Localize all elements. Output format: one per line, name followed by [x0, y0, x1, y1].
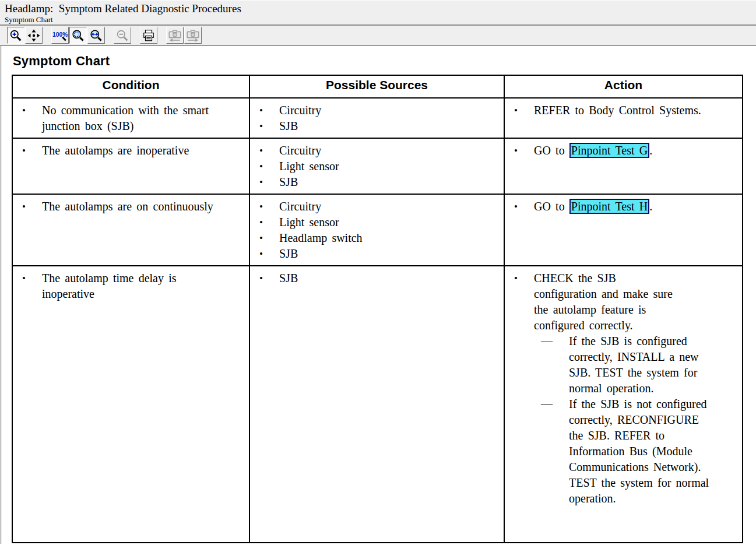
document-pane: Symptom Chart Condition Possible Sources… [0, 46, 756, 544]
bullet-marker: • [250, 118, 279, 134]
title-band: Headlamp: Symptom Related Diagnostic Pro… [0, 0, 756, 26]
source-text: Headlamp switch [279, 230, 363, 246]
action-cell: •CHECK the SJB configuration and make su… [504, 266, 743, 543]
magnifier-100-icon: 100% [52, 29, 68, 42]
toolbar-group-illustrations [166, 27, 202, 44]
toolbar-group-zoom-presets: 100% [51, 27, 106, 44]
magnifier-width-icon [90, 29, 103, 42]
bullet-marker: • [250, 174, 279, 190]
action-text: GO to Pinpoint Test G. [534, 143, 652, 159]
action-cell: •REFER to Body Control Systems. [504, 98, 743, 138]
zoom-100-button[interactable]: 100% [51, 27, 69, 44]
source-text: SJB [279, 270, 298, 286]
condition-cell: •The autolamps are on continuously [12, 194, 249, 266]
possible-sources-cell: •SJB [249, 266, 504, 543]
source-text: Light sensor [279, 159, 339, 174]
bullet-marker: • [505, 199, 534, 215]
source-text: Circuitry [279, 143, 321, 159]
table-row: •The autolamps are inoperative•Circuitry… [12, 138, 743, 194]
condition-cell: •The autolamp time delay is inoperative [12, 266, 249, 543]
page-subtitle: Symptom Chart [5, 15, 751, 24]
section-heading: Symptom Chart [13, 54, 756, 69]
condition-cell: •The autolamps are inoperative [12, 138, 249, 194]
pinpoint-test-h-link[interactable]: Pinpoint Test H [569, 199, 649, 214]
move-arrows-icon [27, 29, 40, 42]
magnifier-plus-icon [9, 29, 22, 42]
bullet-marker: • [13, 103, 42, 134]
prev-illustration-button [166, 27, 184, 44]
bullet-marker: • [250, 230, 279, 246]
table-header-row: Condition Possible Sources Action [12, 75, 743, 98]
condition-header: Condition [12, 75, 249, 98]
dash-marker: — [541, 396, 569, 507]
action-text: GO to Pinpoint Test H. [534, 199, 652, 215]
toolbar-group-zoom-out [114, 27, 132, 44]
possible-sources-cell: •Circuitry•Light sensor•Headlamp switch•… [249, 194, 504, 266]
bullet-marker: • [250, 246, 279, 262]
magnifier-fit-icon [72, 29, 85, 42]
zoom-in-button[interactable] [7, 27, 24, 44]
bullet-marker: • [13, 143, 42, 159]
source-text: Circuitry [279, 199, 321, 215]
bullet-marker: • [250, 159, 279, 174]
dash-marker: — [541, 333, 569, 396]
bullet-marker: • [505, 103, 534, 118]
source-text: SJB [279, 174, 298, 190]
symptom-chart-table: Condition Possible Sources Action •No co… [12, 75, 743, 543]
source-text: Circuitry [279, 103, 321, 118]
toolbar-group-zoom-tools [7, 27, 43, 44]
pan-button[interactable] [25, 27, 43, 44]
table-row: •The autolamp time delay is inoperative•… [12, 266, 743, 543]
bullet-marker: • [250, 103, 279, 118]
source-text: SJB [279, 246, 298, 262]
magnifier-minus-icon [116, 29, 129, 42]
pinpoint-test-g-link[interactable]: Pinpoint Test G [569, 143, 649, 158]
action-text: REFER to Body Control Systems. [534, 103, 701, 118]
printer-icon [142, 29, 155, 42]
source-text: SJB [279, 118, 298, 134]
condition-text: No communication with the smart junction… [42, 103, 217, 134]
table-row: •The autolamps are on continuously•Circu… [12, 194, 743, 266]
bullet-marker: • [505, 270, 534, 333]
condition-text: The autolamps are inoperative [42, 143, 189, 159]
action-sub-text: If the SJB is configured correctly, INST… [569, 333, 710, 396]
possible-sources-header: Possible Sources [249, 75, 504, 98]
action-cell: •GO to Pinpoint Test G. [504, 138, 743, 194]
bullet-marker: • [13, 199, 42, 215]
action-header: Action [504, 75, 743, 98]
condition-cell: •No communication with the smart junctio… [12, 98, 249, 138]
action-cell: •GO to Pinpoint Test H. [504, 194, 743, 266]
condition-text: The autolamp time delay is inoperative [42, 270, 217, 302]
camera-next-icon [186, 29, 200, 42]
toolbar: 100% [0, 26, 756, 46]
bullet-marker: • [505, 143, 534, 159]
action-text: CHECK the SJB configuration and make sur… [534, 270, 681, 333]
svg-text:100%: 100% [52, 31, 68, 38]
bullet-marker: • [250, 143, 279, 159]
table-row: •No communication with the smart junctio… [12, 98, 743, 138]
print-button[interactable] [140, 27, 157, 44]
zoom-out-button [114, 27, 131, 44]
bullet-marker: • [250, 270, 279, 286]
camera-prev-icon [168, 29, 182, 42]
possible-sources-cell: •Circuitry•Light sensor•SJB [249, 138, 504, 194]
source-text: Light sensor [279, 215, 339, 230]
toolbar-group-print [140, 27, 158, 44]
zoom-fit-width-button[interactable] [87, 27, 105, 44]
action-sub-text: If the SJB is not configured correctly, … [569, 396, 710, 507]
bullet-marker: • [13, 270, 42, 302]
page-title: Headlamp: Symptom Related Diagnostic Pro… [5, 2, 751, 15]
zoom-fit-page-button[interactable] [69, 27, 87, 44]
symptom-table-body: •No communication with the smart junctio… [12, 98, 743, 543]
bullet-marker: • [250, 215, 279, 230]
condition-text: The autolamps are on continuously [42, 199, 213, 215]
possible-sources-cell: •Circuitry•SJB [249, 98, 504, 138]
next-illustration-button [184, 27, 202, 44]
bullet-marker: • [250, 199, 279, 215]
